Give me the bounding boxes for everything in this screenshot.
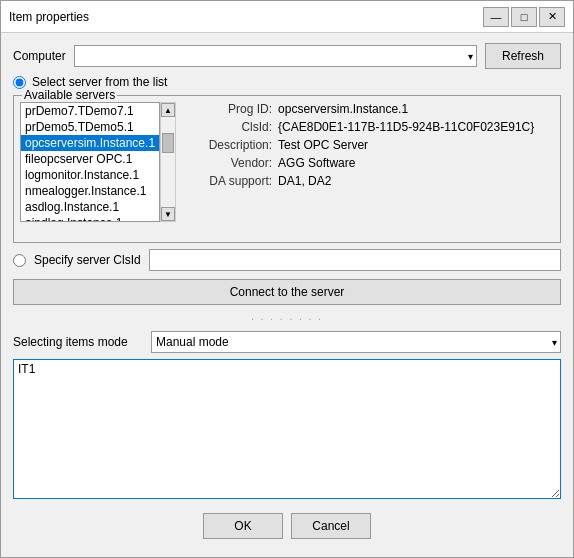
- list-item[interactable]: asdlog.Instance.1: [21, 199, 159, 215]
- maximize-button[interactable]: □: [511, 7, 537, 27]
- mode-combo-wrapper: Manual mode: [151, 331, 561, 353]
- prop-vendor: Vendor: AGG Software: [182, 156, 554, 170]
- list-item[interactable]: fileopcserver OPC.1: [21, 151, 159, 167]
- items-textarea[interactable]: IT1: [13, 359, 561, 499]
- title-bar: Item properties — □ ✕: [1, 1, 573, 33]
- cancel-button[interactable]: Cancel: [291, 513, 371, 539]
- cls-id-value: {CAE8D0E1-117B-11D5-924B-11C0F023E91C}: [278, 120, 534, 134]
- computer-combo-wrapper: [74, 45, 477, 67]
- da-support-label: DA support:: [182, 174, 272, 188]
- description-value: Test OPC Server: [278, 138, 368, 152]
- select-server-label: Select server from the list: [32, 75, 167, 89]
- list-item[interactable]: logmonitor.Instance.1: [21, 167, 159, 183]
- prop-description: Description: Test OPC Server: [182, 138, 554, 152]
- list-item[interactable]: opcserversim.Instance.1: [21, 135, 159, 151]
- cls-id-label: ClsId:: [182, 120, 272, 134]
- specify-server-radio[interactable]: [13, 254, 26, 267]
- list-item[interactable]: aipdlog.Instance.1: [21, 215, 159, 222]
- bottom-buttons: OK Cancel: [13, 505, 561, 547]
- prog-id-label: Prog ID:: [182, 102, 272, 116]
- list-item[interactable]: prDemo7.TDemo7.1: [21, 103, 159, 119]
- server-list[interactable]: prDemo7.TDemo7.1 prDemo5.TDemo5.1 opcser…: [20, 102, 160, 222]
- refresh-button[interactable]: Refresh: [485, 43, 561, 69]
- scroll-down-arrow[interactable]: ▼: [161, 207, 175, 221]
- computer-row: Computer Refresh: [13, 43, 561, 69]
- ok-button[interactable]: OK: [203, 513, 283, 539]
- prop-da-support: DA support: DA1, DA2: [182, 174, 554, 188]
- da-support-value: DA1, DA2: [278, 174, 331, 188]
- scroll-thumb[interactable]: [162, 133, 174, 153]
- properties-panel: Prog ID: opcserversim.Instance.1 ClsId: …: [182, 102, 554, 236]
- specify-server-input[interactable]: [149, 249, 561, 271]
- vendor-value: AGG Software: [278, 156, 355, 170]
- specify-server-label: Specify server ClsId: [34, 253, 141, 267]
- mode-label: Selecting items mode: [13, 335, 143, 349]
- window-title: Item properties: [9, 10, 89, 24]
- close-button[interactable]: ✕: [539, 7, 565, 27]
- mode-row: Selecting items mode Manual mode: [13, 331, 561, 353]
- list-item[interactable]: prDemo5.TDemo5.1: [21, 119, 159, 135]
- dots-divider: . . . . . . . .: [13, 313, 561, 321]
- mode-combo[interactable]: Manual mode: [151, 331, 561, 353]
- specify-server-row: Specify server ClsId: [13, 249, 561, 271]
- main-window: Item properties — □ ✕ Computer Refresh S…: [0, 0, 574, 558]
- select-server-radio-row: Select server from the list: [13, 75, 561, 89]
- computer-combo[interactable]: [74, 45, 477, 67]
- connect-button[interactable]: Connect to the server: [13, 279, 561, 305]
- server-list-wrapper: prDemo7.TDemo7.1 prDemo5.TDemo5.1 opcser…: [20, 102, 176, 236]
- available-servers-group: Available servers prDemo7.TDemo7.1 prDem…: [13, 95, 561, 243]
- computer-label: Computer: [13, 49, 66, 63]
- content-area: Computer Refresh Select server from the …: [1, 33, 573, 557]
- scroll-up-arrow[interactable]: ▲: [161, 103, 175, 117]
- prop-prog-id: Prog ID: opcserversim.Instance.1: [182, 102, 554, 116]
- minimize-button[interactable]: —: [483, 7, 509, 27]
- server-list-scrollbar[interactable]: ▲ ▼: [160, 102, 176, 222]
- select-server-radio[interactable]: [13, 76, 26, 89]
- description-label: Description:: [182, 138, 272, 152]
- vendor-label: Vendor:: [182, 156, 272, 170]
- available-servers-legend: Available servers: [22, 88, 117, 102]
- prop-cls-id: ClsId: {CAE8D0E1-117B-11D5-924B-11C0F023…: [182, 120, 554, 134]
- list-item[interactable]: nmealogger.Instance.1: [21, 183, 159, 199]
- prog-id-value: opcserversim.Instance.1: [278, 102, 408, 116]
- title-bar-buttons: — □ ✕: [483, 7, 565, 27]
